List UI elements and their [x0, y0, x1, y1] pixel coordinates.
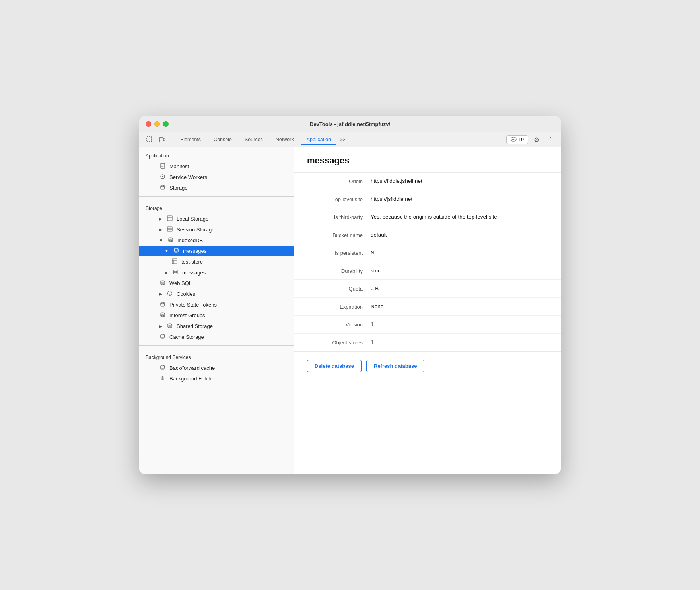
back-forward-icon [159, 365, 166, 371]
more-tabs-button[interactable]: >> [338, 136, 348, 144]
sidebar-item-local-storage[interactable]: ▶ Local Storage [139, 213, 294, 224]
sidebar-item-manifest[interactable]: Manifest [139, 161, 294, 172]
manifest-icon [159, 163, 166, 170]
session-storage-icon [166, 226, 173, 233]
detail-row-4: Is persistentNo [294, 244, 561, 262]
detail-label-8: Version [307, 321, 371, 328]
detail-value-5: strict [371, 268, 548, 274]
detail-label-1: Top-level site [307, 196, 371, 202]
local-storage-expand: ▶ [159, 217, 162, 221]
delete-database-button[interactable]: Delete database [307, 360, 362, 372]
cache-storage-icon [159, 334, 166, 340]
svg-point-35 [168, 324, 172, 325]
cache-storage-label: Cache Storage [169, 334, 204, 340]
interest-groups-icon [159, 312, 166, 319]
svg-point-12 [161, 185, 165, 187]
detail-label-2: Is third-party [307, 214, 371, 220]
device-toggle-button[interactable] [157, 135, 168, 144]
svg-rect-3 [161, 163, 165, 168]
svg-rect-2 [163, 138, 165, 141]
service-workers-icon [159, 174, 166, 180]
detail-value-8: 1 [371, 321, 548, 327]
manifest-label: Manifest [169, 163, 189, 169]
messages-expand: ▼ [165, 249, 169, 253]
detail-value-1: https://jsfiddle.net [371, 196, 548, 202]
devtools-window: DevTools - jsfiddle.net/5tmpfuzv/ Elemen… [139, 116, 561, 474]
sidebar-item-private-state[interactable]: Private State Tokens [139, 299, 294, 310]
settings-icon[interactable]: ⚙ [531, 135, 542, 145]
back-forward-label: Back/forward cache [169, 365, 215, 371]
svg-point-28 [161, 281, 165, 282]
sidebar-item-session-storage[interactable]: ▶ Session Storage [139, 224, 294, 235]
private-state-icon [159, 301, 166, 308]
close-button[interactable] [146, 121, 151, 127]
tab-elements[interactable]: Elements [175, 134, 206, 145]
detail-value-2: Yes, because the origin is outside of th… [371, 214, 548, 220]
section-header-application: Application [139, 148, 294, 161]
messages-db-icon [173, 248, 180, 254]
detail-row-1: Top-level sitehttps://jsfiddle.net [294, 190, 561, 208]
svg-point-36 [161, 334, 165, 336]
cursor-icon [146, 136, 153, 143]
messages2-expand: ▶ [165, 270, 168, 275]
select-element-button[interactable] [144, 135, 155, 144]
toolbar: Elements Console Sources Network Applica… [139, 132, 561, 148]
sidebar-item-messages-2[interactable]: ▶ messages [139, 267, 294, 278]
detail-label-6: Quota [307, 285, 371, 292]
svg-point-37 [161, 365, 165, 367]
detail-title: messages [294, 148, 561, 173]
shared-storage-expand: ▶ [159, 324, 162, 328]
sidebar-item-indexeddb[interactable]: ▼ IndexedDB [139, 235, 294, 246]
minimize-button[interactable] [154, 121, 160, 127]
tab-network[interactable]: Network [270, 134, 299, 145]
messages2-label: messages [182, 270, 206, 276]
traffic-lights [146, 121, 169, 127]
tab-sources[interactable]: Sources [239, 134, 268, 145]
sidebar-divider-2 [139, 345, 294, 346]
sidebar-item-messages-selected[interactable]: ▼ messages [139, 246, 294, 256]
svg-point-7 [162, 176, 163, 177]
sidebar-item-shared-storage[interactable]: ▶ Shared Storage [139, 321, 294, 332]
sidebar-item-service-workers[interactable]: Service Workers [139, 172, 294, 182]
service-workers-label: Service Workers [169, 174, 207, 180]
sidebar-item-storage-root[interactable]: Storage [139, 182, 294, 193]
indexeddb-label: IndexedDB [177, 237, 203, 243]
detail-row-5: Durabilitystrict [294, 262, 561, 280]
svg-rect-0 [147, 137, 152, 142]
test-store-icon [171, 258, 178, 265]
sidebar-item-cookies[interactable]: ▶ Cookies [139, 289, 294, 299]
action-bar: Delete database Refresh database [294, 351, 561, 380]
more-options-icon[interactable]: ⋮ [545, 135, 556, 145]
sidebar-item-cache-storage[interactable]: Cache Storage [139, 332, 294, 342]
session-storage-label: Session Storage [177, 227, 214, 233]
local-storage-icon [166, 215, 173, 222]
sidebar-item-web-sql[interactable]: Web SQL [139, 278, 294, 289]
sidebar-item-test-store[interactable]: test-store [139, 256, 294, 267]
storage-root-label: Storage [169, 185, 188, 191]
svg-point-22 [174, 248, 178, 250]
detail-row-7: ExpirationNone [294, 298, 561, 316]
detail-fields: Originhttps://fiddle.jshell.netTop-level… [294, 173, 561, 351]
toolbar-sep-1 [171, 136, 171, 143]
shared-storage-icon [166, 323, 173, 330]
svg-point-27 [173, 270, 177, 272]
detail-value-7: None [371, 303, 548, 309]
cookies-icon [166, 291, 173, 297]
messages-selected-label: messages [183, 248, 206, 254]
detail-value-3: default [371, 232, 548, 238]
detail-label-9: Object stores [307, 339, 371, 345]
indexeddb-expand: ▼ [159, 238, 163, 243]
sidebar-item-back-forward[interactable]: Back/forward cache [139, 363, 294, 373]
message-count-badge[interactable]: 💬 10 [506, 135, 528, 144]
detail-label-3: Bucket name [307, 232, 371, 238]
maximize-button[interactable] [163, 121, 169, 127]
session-storage-expand: ▶ [159, 227, 162, 232]
sidebar-item-interest-groups[interactable]: Interest Groups [139, 310, 294, 321]
svg-point-21 [169, 238, 173, 239]
sidebar-item-background-fetch[interactable]: Background Fetch [139, 373, 294, 384]
svg-rect-1 [160, 137, 163, 142]
tab-console[interactable]: Console [208, 134, 237, 145]
tab-application[interactable]: Application [301, 134, 336, 145]
refresh-database-button[interactable]: Refresh database [366, 360, 424, 372]
background-fetch-label: Background Fetch [169, 376, 212, 382]
